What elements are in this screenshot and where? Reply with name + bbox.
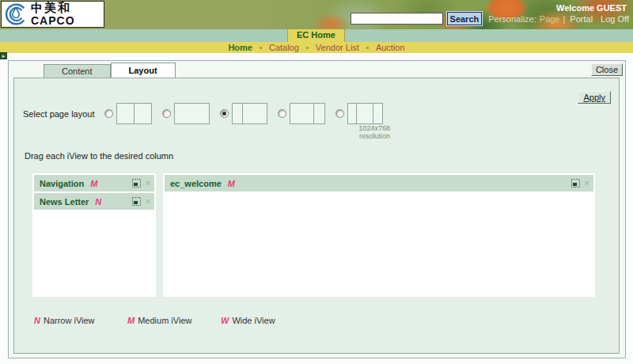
open-in-window-icon[interactable] xyxy=(131,196,142,207)
tab-layout[interactable]: Layout xyxy=(111,63,176,78)
iview-size-letter: M xyxy=(90,179,97,188)
layout-option-4 xyxy=(278,103,325,124)
close-button[interactable]: Close xyxy=(591,63,623,76)
layout-column-right[interactable]: ec_welcome M × xyxy=(163,173,595,297)
select-layout-label: Select page layout xyxy=(23,109,104,119)
search-input[interactable] xyxy=(351,13,443,25)
remove-iview-icon[interactable]: × xyxy=(585,178,589,188)
iview-news-letter[interactable]: News Letter N × xyxy=(34,193,154,210)
logo-chinese-text: 中美和 xyxy=(31,2,75,15)
personalize-page-link[interactable]: Page xyxy=(540,14,560,24)
legend-letter: M xyxy=(127,316,135,325)
layout-preview-wide-narrow[interactable] xyxy=(290,103,325,124)
remove-iview-icon[interactable]: × xyxy=(146,196,150,207)
nav-item-vendor-list[interactable]: Vendor List xyxy=(316,43,359,52)
page-editor-panel: Content Layout Close Apply Select page l… xyxy=(8,60,626,358)
legend-label: Narrow iView xyxy=(44,316,95,325)
banner-toolbar: Search Personalize: Page | Portal Log Of… xyxy=(351,12,629,25)
layout-option-1 xyxy=(104,103,152,124)
select-page-layout-row: Select page layout xyxy=(23,103,393,124)
iview-navigation[interactable]: Navigation M × xyxy=(34,175,154,191)
tab-ec-home[interactable]: EC Home xyxy=(287,29,345,42)
legend-label: Medium iView xyxy=(138,316,191,325)
collapse-handle-icon[interactable]: ▸ xyxy=(0,52,7,59)
iview-size-letter: N xyxy=(95,197,101,207)
top-banner: 中美和 CAPCO Welcome GUEST Search Personali… xyxy=(0,0,633,29)
personalize-divider: | xyxy=(563,14,566,24)
iview-size-legend: NNarrow iView MMedium iView WWide iView xyxy=(34,316,314,325)
open-in-window-icon[interactable] xyxy=(570,178,581,188)
top-level-tab-strip: EC Home xyxy=(0,29,633,42)
legend-medium: MMedium iView xyxy=(127,316,221,325)
open-in-window-icon[interactable] xyxy=(131,178,142,188)
layout-radio-4[interactable] xyxy=(278,109,286,118)
legend-narrow: NNarrow iView xyxy=(34,316,127,325)
personalize-label: Personalize: xyxy=(488,14,536,24)
legend-letter: N xyxy=(34,316,40,325)
tab-content[interactable]: Content xyxy=(44,64,111,78)
layout-option-2 xyxy=(162,103,210,124)
layout-preview-narrow-wide[interactable] xyxy=(232,103,267,124)
company-logo: 中美和 CAPCO xyxy=(1,1,104,28)
editor-tab-row: Content Layout xyxy=(44,62,176,78)
iview-title: ec_welcome xyxy=(170,179,222,188)
layout-radio-1[interactable] xyxy=(104,109,113,118)
iview-size-letter: M xyxy=(228,179,235,188)
apply-button[interactable]: Apply xyxy=(578,91,611,104)
navigation-bar: Home Catalog Vendor List Auction xyxy=(0,42,633,53)
nav-separator-icon xyxy=(306,47,309,49)
drag-instruction: Drag each iView to the desired column xyxy=(25,151,173,161)
layout-radio-3[interactable] xyxy=(220,109,229,118)
layout-column-left[interactable]: Navigation M × News Letter N xyxy=(32,173,156,297)
nav-separator-icon xyxy=(260,47,262,49)
legend-wide: WWide iView xyxy=(221,316,314,325)
log-off-link[interactable]: Log Off xyxy=(601,14,629,24)
nav-separator-icon xyxy=(366,47,369,49)
personalize-portal-link[interactable]: Portal xyxy=(570,14,593,24)
logo-latin-text: CAPCO xyxy=(31,15,75,27)
layout-preview-single[interactable] xyxy=(174,103,210,124)
layout-editor-area: Apply Select page layout xyxy=(13,78,620,354)
iview-ec-welcome[interactable]: ec_welcome M × xyxy=(165,175,593,191)
legend-label: Wide iView xyxy=(232,316,275,325)
search-button[interactable]: Search xyxy=(447,12,483,25)
layout-option-5 xyxy=(335,103,383,124)
iview-title: News Letter xyxy=(40,197,89,207)
layout-radio-2[interactable] xyxy=(162,109,171,118)
remove-iview-icon[interactable]: × xyxy=(146,178,150,188)
layout-radio-5[interactable] xyxy=(335,109,344,118)
nav-item-home[interactable]: Home xyxy=(228,43,252,52)
capco-globe-drop-icon xyxy=(4,2,28,26)
iview-title: Navigation xyxy=(40,179,84,188)
layout-preview-two-equal[interactable] xyxy=(116,103,152,124)
nav-item-catalog[interactable]: Catalog xyxy=(269,43,299,52)
legend-letter: W xyxy=(221,316,229,325)
nav-item-auction[interactable]: Auction xyxy=(376,43,405,52)
layout-option-3 xyxy=(220,103,267,124)
layout-preview-three-col[interactable] xyxy=(347,103,383,124)
resolution-note: 1024x768 resolution xyxy=(331,124,390,140)
